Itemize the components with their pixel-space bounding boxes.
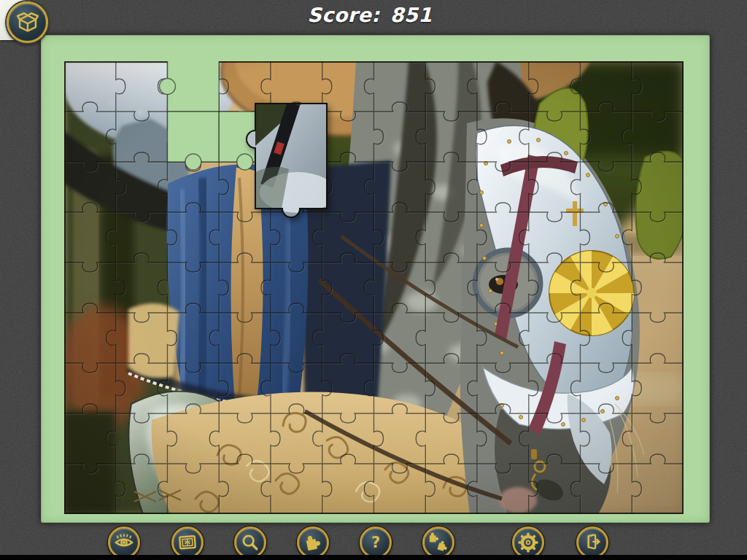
bottom-bar [0, 555, 747, 560]
puzzle-pieces-icon [428, 532, 449, 553]
eye-icon [114, 532, 134, 553]
preview-button[interactable] [108, 526, 140, 559]
edge-pieces-button[interactable] [297, 526, 329, 559]
exit-door-icon [582, 532, 603, 553]
settings-button[interactable] [512, 526, 544, 559]
loose-puzzle-piece[interactable] [245, 99, 337, 219]
score-value: 851 [390, 4, 433, 26]
assemble-button[interactable] [422, 526, 454, 559]
hint-button[interactable]: ? [360, 526, 392, 559]
picture-icon [177, 532, 198, 553]
svg-text:?: ? [371, 534, 380, 551]
gear-icon [518, 532, 538, 553]
puzzle-piece-icon [303, 532, 323, 553]
question-mark-icon: ? [365, 532, 386, 553]
exit-button[interactable] [576, 526, 608, 559]
box-icon [15, 10, 40, 35]
score-display: Score:851 [307, 4, 432, 26]
change-background-button[interactable] [171, 526, 204, 559]
score-label: Score: [307, 4, 379, 26]
puzzle-stage[interactable] [64, 61, 684, 514]
magnifier-icon [240, 532, 260, 553]
piece-box-button[interactable] [7, 1, 48, 43]
magnify-button[interactable] [234, 526, 266, 559]
jigsaw-grid-overlay [64, 61, 684, 514]
